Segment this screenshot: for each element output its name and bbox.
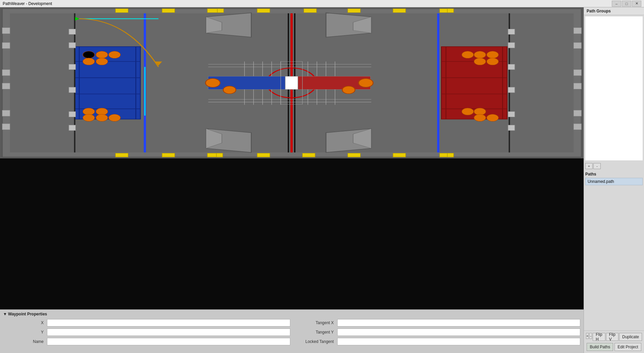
viewport[interactable] <box>0 7 584 158</box>
svg-rect-5 <box>217 9 224 12</box>
waypoint-panel: ▼ Waypoint Properties X Tangent X Y Tang… <box>0 309 584 353</box>
name-label: Name <box>3 339 44 344</box>
path-add-button[interactable]: + <box>586 333 589 339</box>
svg-point-106 <box>205 79 220 87</box>
tangent-y-label: Tangent Y <box>294 330 334 335</box>
name-input[interactable] <box>47 338 290 345</box>
svg-rect-19 <box>393 153 406 157</box>
flip-v-button[interactable]: Flip V <box>606 333 618 341</box>
y-label: Y <box>3 330 44 335</box>
svg-rect-128 <box>508 29 515 35</box>
titlebar: PathWeaver - Development – □ ✕ <box>0 0 644 7</box>
main-action-buttons: Build Paths Edit Project <box>586 343 642 351</box>
path-item[interactable]: Unnamed.path <box>585 178 643 185</box>
svg-rect-24 <box>2 69 10 75</box>
svg-rect-21 <box>447 153 454 157</box>
svg-rect-23 <box>2 43 10 49</box>
collapse-arrow[interactable]: ▼ <box>3 312 7 316</box>
svg-rect-33 <box>574 124 581 130</box>
svg-rect-3 <box>162 9 175 12</box>
svg-rect-15 <box>216 153 223 157</box>
svg-rect-18 <box>348 153 360 157</box>
svg-point-96 <box>109 114 120 121</box>
waypoint-fields: X Tangent X Y Tangent Y Name Locked Tang… <box>3 319 580 345</box>
svg-rect-6 <box>257 9 270 12</box>
svg-point-108 <box>223 86 236 94</box>
tangent-x-label: Tangent X <box>294 320 334 325</box>
close-button[interactable]: ✕ <box>632 1 641 7</box>
canvas-area: ▼ Waypoint Properties X Tangent X Y Tang… <box>0 7 584 353</box>
svg-point-101 <box>487 58 498 65</box>
paths-label: Paths <box>585 172 643 176</box>
svg-rect-26 <box>2 110 10 116</box>
x-input[interactable] <box>47 319 290 326</box>
svg-point-90 <box>83 58 95 65</box>
bottom-right-controls: + - Flip H Flip V Duplicate Build Paths … <box>584 331 644 353</box>
svg-point-95 <box>96 114 108 121</box>
path-remove-button[interactable]: - <box>589 333 592 339</box>
svg-point-102 <box>462 108 474 115</box>
minimize-button[interactable]: – <box>612 1 621 7</box>
svg-point-99 <box>487 51 498 58</box>
svg-rect-41 <box>441 47 507 119</box>
svg-point-97 <box>462 51 474 58</box>
svg-rect-32 <box>574 110 581 116</box>
svg-rect-122 <box>69 29 76 35</box>
tangent-y-input[interactable] <box>337 329 581 336</box>
svg-point-91 <box>96 58 108 65</box>
rink-svg <box>0 7 584 158</box>
svg-rect-27 <box>2 124 10 130</box>
svg-point-100 <box>474 58 486 65</box>
duplicate-button[interactable]: Duplicate <box>619 333 642 341</box>
svg-point-93 <box>96 108 108 115</box>
svg-point-94 <box>83 114 95 121</box>
main-layout: ▼ Waypoint Properties X Tangent X Y Tang… <box>0 7 644 353</box>
svg-rect-125 <box>69 87 76 93</box>
svg-point-104 <box>474 114 486 121</box>
locked-tangent-input[interactable] <box>337 338 581 345</box>
locked-tangent-label: Locked Tangent <box>294 339 334 344</box>
svg-rect-123 <box>69 43 76 48</box>
flip-h-button[interactable]: Flip H <box>593 333 605 341</box>
svg-point-103 <box>474 108 486 115</box>
svg-rect-34 <box>75 47 141 119</box>
svg-rect-130 <box>508 64 515 69</box>
svg-rect-16 <box>257 153 270 157</box>
svg-rect-13 <box>162 153 175 157</box>
svg-rect-31 <box>574 83 581 89</box>
path-groups-content <box>585 16 643 160</box>
svg-rect-124 <box>69 64 76 69</box>
path-edit-controls: + - Flip H Flip V Duplicate <box>586 333 642 341</box>
pg-controls: + - <box>584 162 644 170</box>
pg-remove-button[interactable]: - <box>593 163 601 169</box>
svg-point-92 <box>83 108 95 115</box>
maximize-button[interactable]: □ <box>622 1 631 7</box>
svg-rect-132 <box>508 111 515 117</box>
waypoint-panel-title: Waypoint Properties <box>8 312 47 316</box>
svg-rect-25 <box>2 83 10 89</box>
svg-rect-28 <box>574 28 581 34</box>
waypoint-header: ▼ Waypoint Properties <box>3 312 580 316</box>
svg-rect-12 <box>115 153 128 157</box>
svg-rect-127 <box>69 125 76 131</box>
tangent-x-input[interactable] <box>337 319 581 326</box>
svg-rect-29 <box>574 43 581 49</box>
x-label: X <box>3 320 44 325</box>
svg-rect-7 <box>304 9 316 12</box>
svg-rect-60 <box>285 77 298 90</box>
svg-rect-126 <box>69 111 76 117</box>
right-panel: Path Groups + - Paths Unnamed.path + - F… <box>584 7 644 353</box>
svg-rect-131 <box>508 87 515 93</box>
svg-point-105 <box>487 114 498 121</box>
y-input[interactable] <box>47 329 290 336</box>
build-paths-button[interactable]: Build Paths <box>587 343 613 351</box>
svg-rect-11 <box>447 9 454 12</box>
svg-point-98 <box>474 51 486 58</box>
edit-project-button[interactable]: Edit Project <box>614 343 641 351</box>
svg-point-109 <box>342 86 355 94</box>
svg-rect-133 <box>508 125 515 131</box>
svg-rect-8 <box>348 9 360 12</box>
pg-add-button[interactable]: + <box>585 163 593 169</box>
svg-rect-129 <box>508 43 515 48</box>
svg-rect-30 <box>574 69 581 75</box>
